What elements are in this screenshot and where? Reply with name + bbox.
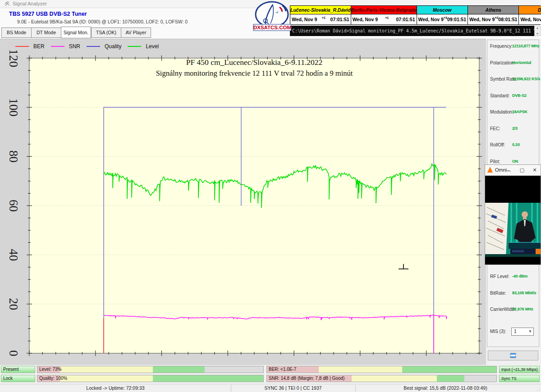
legend-item-ber: BER: [15, 43, 45, 50]
signal-value: 2/3: [512, 126, 518, 131]
signal-label: Pilot:: [490, 159, 500, 164]
app-icon: [5, 1, 10, 7]
dxsatcs-logo: DXSATCS.COM: [252, 1, 293, 32]
clock-time: Wed, Nov 9+107:01:51: [351, 14, 417, 24]
legend-line: [87, 46, 100, 47]
statusbar-sync: SYNC 36 | TEI 0 | CC 1937: [231, 385, 355, 391]
console-line[interactable]: C:\Users\Roman Dávid>Signal monitoring_P…: [290, 26, 534, 36]
console-scrollbar[interactable]: ▲▼: [534, 26, 541, 36]
badge-sync-ts: Sync TS: [499, 375, 540, 382]
world-clocks: Lučenec-Slovakia_R.DávidWed, Nov 9+107:0…: [290, 5, 541, 25]
list-icon: [510, 353, 516, 358]
legend-line: [15, 46, 29, 47]
svg-text:0: 0: [7, 350, 20, 356]
progress-bar: BER: <1.0E-7: [266, 366, 497, 373]
svg-text:120: 120: [7, 49, 20, 68]
signal-value: 16APSK: [512, 109, 527, 114]
clock-time: Wed, Nov 9+107:01:51: [290, 14, 351, 24]
signal-label: Standard:: [490, 93, 509, 98]
progress-bar: SNR: 14,8 dB (Margin: 7,8 dB | Good): [266, 375, 497, 382]
tuner-info: 9.0E - Eutelsat 9B/Ka-Sat 9A (ID: 0090) …: [17, 19, 188, 24]
console-text: C:\Users\Roman Dávid>Signal monitoring_P…: [290, 28, 534, 33]
signal-value: 12110,877 MHz: [512, 44, 539, 48]
legend-line: [51, 46, 64, 47]
legend-item-snr: SNR: [51, 43, 80, 50]
signal-row-polarization: Polarization:Horizontal: [487, 60, 540, 67]
omni-player-window: Omni... – ▢ ✕: [485, 164, 541, 265]
legend-label: Quality: [105, 43, 121, 50]
signal-label: Frequency:: [490, 44, 513, 49]
legend-line: [128, 46, 141, 47]
svg-text:80: 80: [7, 150, 20, 163]
tab-signal-mon-[interactable]: Signal Mon.: [61, 27, 91, 38]
progress-label: Quality: 100%: [39, 376, 67, 381]
close-button[interactable]: ✕: [530, 165, 540, 175]
signal-value: DVB-S2: [512, 93, 527, 98]
signal-row-rolloff: RollOff:0.20: [487, 142, 540, 149]
legend-label: BER: [33, 43, 45, 50]
clock-moscow: MoscowWed, Nov 9+309:01:51: [417, 6, 468, 24]
signal-chart[interactable]: 020406080100120PF 450 cm_Lucenec/Slovaki…: [0, 39, 486, 365]
badge-lock: Lock: [1, 375, 35, 382]
signal-label: Modulation:: [490, 109, 513, 114]
maximize-button[interactable]: ▢: [517, 165, 527, 175]
mode-tabs: BS ModeDT ModeSignal Mon.TSA (OK)AV Play…: [1, 27, 151, 38]
legend-item-quality: Quality: [87, 43, 121, 50]
vlc-cone-icon: [487, 167, 493, 173]
clock-city: Dubai: [519, 6, 541, 14]
panel-list-button[interactable]: [488, 351, 538, 360]
status-rows: PresentLevel: 73%BER: <1.0E-7Input (~21,…: [0, 365, 541, 384]
status-bar: Locked -> Uptime: 72:09:33 SYNC 36 | TEI…: [0, 384, 541, 392]
progress-label: BER: <1.0E-7: [269, 367, 296, 372]
badge-present: Present: [1, 366, 35, 373]
svg-text:DXSATCS.COM: DXSATCS.COM: [253, 25, 291, 30]
signal-label: RollOff:: [490, 142, 505, 147]
signal-row-fec: FEC:2/3: [487, 126, 540, 132]
signal-row-modulation: Modulation:16APSK: [487, 109, 540, 116]
clock-berlin-paris-vienna-belgrade: Berlin-Paris-Vienna-BelgradeWed, Nov 9+1…: [351, 6, 417, 24]
svg-text:20: 20: [7, 298, 20, 310]
legend-label: Level: [146, 43, 159, 50]
omni-titlebar[interactable]: Omni... – ▢ ✕: [485, 165, 541, 176]
video-frame[interactable]: [485, 176, 541, 264]
clock-time: Wed, Nov 9+208:01:51: [468, 14, 518, 24]
clock-lu-enec-slovakia-r-d-vid: Lučenec-Slovakia_R.DávidWed, Nov 9+107:0…: [290, 6, 351, 24]
minimize-button[interactable]: –: [504, 165, 513, 175]
signal-label: Polarization:: [490, 60, 515, 65]
signal-value: 37,676 MHz: [512, 307, 533, 311]
signal-value: 31396,922 KS/s: [512, 77, 540, 81]
legend-label: SNR: [69, 43, 80, 50]
signal-row-bitrate: BitRate:83,105 Mbit/s: [487, 291, 540, 297]
signal-row-standard: Standard:DVB-S2: [487, 93, 540, 100]
signal-row-symbolrate: Symbol Rate:31396,922 KS/s: [487, 77, 540, 83]
signal-analyzer-window: Signal Analyzer TBS 5927 USB DVB-S2 Tune…: [0, 0, 541, 392]
signal-value: 83,105 Mbit/s: [512, 291, 536, 295]
status-row: LockQuality: 100%SNR: 14,8 dB (Margin: 7…: [0, 375, 541, 382]
chart-panel: 020406080100120PF 450 cm_Lucenec/Slovaki…: [0, 39, 486, 365]
tab-dt-mode[interactable]: DT Mode: [31, 27, 61, 38]
signal-label: BitRate:: [490, 291, 506, 296]
clock-city: Athens: [468, 6, 518, 14]
signal-row-rflevel: RF Level:-40 dBm: [487, 274, 540, 280]
clock-time: Wed, Nov 9+309:01:51: [417, 14, 468, 24]
signal-value: 0.20: [512, 142, 520, 147]
statusbar-best-signal: Best signal: 15,5 dB (2022-11-08 03:49): [355, 385, 536, 391]
tab-bs-mode[interactable]: BS Mode: [1, 27, 31, 38]
tab-tsa-ok-[interactable]: TSA (OK): [91, 27, 121, 38]
tab-av-player[interactable]: AV Player: [121, 27, 151, 38]
signal-label: RF Level:: [490, 274, 509, 279]
signal-value: -40 dBm: [512, 274, 527, 278]
clock-time: Wed, Nov 9+410:01:51: [519, 14, 541, 24]
progress-bar: Level: 73%: [37, 366, 264, 373]
mis-dropdown[interactable]: 1 ▼: [511, 328, 534, 336]
progress-label: SNR: 14,8 dB (Margin: 7,8 dB | Good): [269, 376, 344, 381]
svg-text:PF 450 cm_Lucenec/Slovakia_6-9: PF 450 cm_Lucenec/Slovakia_6-9.11.2022: [186, 58, 323, 67]
svg-text:100: 100: [7, 98, 20, 117]
resize-grip[interactable]: .:: [537, 387, 540, 392]
signal-row-frequency: Frequency:12110,877 MHz: [487, 44, 540, 50]
signal-value: ON: [512, 159, 518, 164]
clock-city: Lučenec-Slovakia_R.Dávid: [290, 6, 351, 14]
svg-text:60: 60: [7, 200, 20, 212]
clock-city: Moscow: [417, 6, 468, 14]
mis-value: 1: [514, 329, 517, 334]
